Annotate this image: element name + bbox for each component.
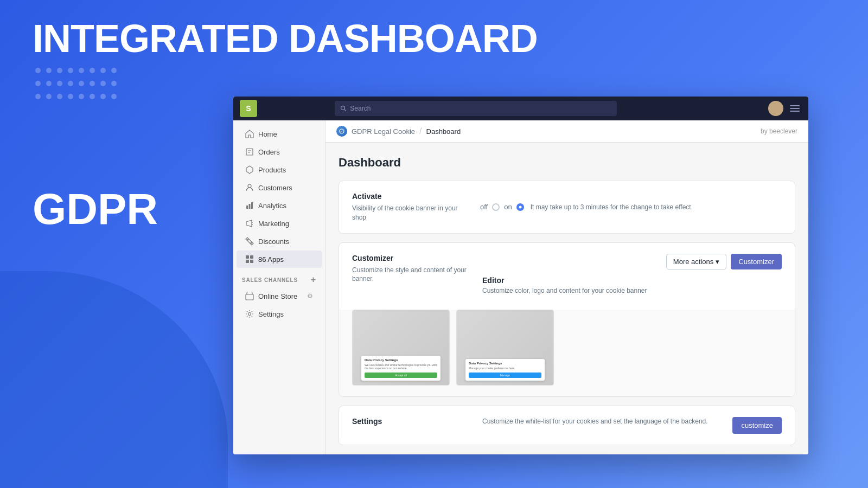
svg-rect-2 xyxy=(246,149,253,155)
main-area: Home Orders Products Customers Analytics xyxy=(233,120,808,454)
svg-point-0 xyxy=(341,106,345,110)
topbar: S Search xyxy=(233,97,808,120)
preview-image-2: Data Privacy Settings Manage your cookie… xyxy=(456,310,554,386)
sidebar: Home Orders Products Customers Analytics xyxy=(233,120,326,454)
home-icon xyxy=(245,130,254,138)
sidebar-item-marketing[interactable]: Marketing xyxy=(237,215,322,232)
apps-icon xyxy=(245,255,254,264)
customers-icon xyxy=(245,183,254,192)
toggle-group: off on xyxy=(480,203,524,211)
preview-images: Data Privacy Settings We use cookies and… xyxy=(339,310,795,396)
attribution-text: by beeclever xyxy=(761,127,797,135)
avatar xyxy=(768,101,783,116)
search-bar[interactable]: Search xyxy=(335,101,617,116)
preview-image-1: Data Privacy Settings We use cookies and… xyxy=(352,310,450,386)
dashboard-content: Dashboard Activate Visibility of the coo… xyxy=(326,143,808,454)
customizer-top: Customizer Customize the style and conte… xyxy=(339,243,795,310)
settings-icon xyxy=(245,310,254,318)
more-actions-button[interactable]: More actions ▾ xyxy=(666,254,726,269)
dots-pattern xyxy=(33,65,119,104)
activate-title: Activate xyxy=(352,192,471,201)
settings-title: Settings xyxy=(352,417,471,426)
breadcrumb-separator: / xyxy=(419,126,422,136)
menu-toggle[interactable] xyxy=(788,103,802,114)
content-area: GDPR Legal Cookie / Dashboard by beeclev… xyxy=(326,120,808,454)
off-label: off xyxy=(480,203,488,211)
svg-rect-19 xyxy=(246,294,253,300)
search-icon xyxy=(340,105,347,112)
settings-right: Customize the white-list for your cookie… xyxy=(482,417,782,434)
gdpr-label: GDPR xyxy=(33,184,158,234)
sidebar-item-apps[interactable]: 86 Apps xyxy=(237,251,322,268)
settings-desc: Customize the white-list for your cookie… xyxy=(482,417,708,426)
sidebar-item-settings[interactable]: Settings xyxy=(237,305,322,323)
svg-rect-18 xyxy=(250,260,253,263)
customizer-actions: More actions ▾ Customizer xyxy=(482,254,782,269)
sidebar-item-products[interactable]: Products xyxy=(237,161,322,178)
sidebar-item-home[interactable]: Home xyxy=(237,125,322,143)
settings-cog-icon[interactable]: ⚙ xyxy=(307,292,313,300)
store-icon xyxy=(245,292,254,300)
sidebar-item-orders[interactable]: Orders xyxy=(237,143,322,160)
discounts-icon xyxy=(245,237,254,246)
shopify-logo: S xyxy=(240,100,257,117)
settings-left: Settings xyxy=(352,417,471,429)
svg-rect-15 xyxy=(246,255,249,259)
analytics-icon xyxy=(245,201,254,210)
svg-marker-5 xyxy=(246,166,253,174)
mini-popup-2: Data Privacy Settings Manage your cookie… xyxy=(465,359,545,381)
chevron-down-icon: ▾ xyxy=(716,258,719,266)
customizer-right: More actions ▾ Customizer Editor Customi… xyxy=(482,254,782,301)
browser-window: S Search Home Orders xyxy=(233,97,808,454)
svg-point-21 xyxy=(340,129,344,133)
svg-rect-17 xyxy=(246,260,249,263)
customize-button[interactable]: customize xyxy=(732,417,782,434)
marketing-icon xyxy=(245,219,254,228)
sidebar-item-analytics[interactable]: Analytics xyxy=(237,197,322,214)
svg-line-1 xyxy=(344,110,346,111)
sidebar-item-discounts[interactable]: Discounts xyxy=(237,233,322,250)
editor-title: Editor xyxy=(482,276,782,285)
editor-desc: Customize color, logo and content for yo… xyxy=(482,287,782,294)
svg-point-20 xyxy=(248,313,251,316)
svg-point-6 xyxy=(248,184,251,188)
settings-card: Settings Customize the white-list for yo… xyxy=(339,406,795,445)
activate-card: Activate Visibility of the cookie banner… xyxy=(339,181,795,234)
svg-marker-14 xyxy=(246,237,253,245)
search-placeholder: Search xyxy=(350,105,371,112)
sidebar-item-customers[interactable]: Customers xyxy=(237,179,322,196)
svg-rect-8 xyxy=(249,204,251,209)
orders-icon xyxy=(245,147,254,156)
svg-rect-16 xyxy=(250,255,253,259)
add-channel-icon[interactable]: + xyxy=(311,275,316,285)
svg-rect-9 xyxy=(251,202,253,209)
customizer-left: Customizer Customize the style and conte… xyxy=(352,254,471,301)
breadcrumb-app-name: GDPR Legal Cookie xyxy=(352,127,415,136)
svg-rect-7 xyxy=(246,206,248,209)
customizer-title: Customizer xyxy=(352,254,471,262)
activate-right: off on It may take up to 3 minutes for t… xyxy=(480,203,782,211)
customizer-card: Customizer Customize the style and conte… xyxy=(339,242,795,397)
activate-note: It may take up to 3 minutes for the chan… xyxy=(531,203,693,211)
activate-desc: Visibility of the cookie banner in your … xyxy=(352,204,471,222)
breadcrumb: GDPR Legal Cookie / Dashboard xyxy=(336,126,461,137)
dashboard-title: Dashboard xyxy=(339,156,795,170)
sidebar-item-online-store[interactable]: Online Store ⚙ xyxy=(237,287,322,305)
mini-popup-1: Data Privacy Settings We use cookies and… xyxy=(361,356,441,381)
customizer-button[interactable]: Customizer xyxy=(731,254,782,269)
page-hero-title: INTEGRATED DASHBOARD xyxy=(33,16,538,61)
gdpr-app-icon xyxy=(336,126,347,137)
sales-channels-section: SALES CHANNELS + xyxy=(233,268,325,287)
on-label: on xyxy=(504,203,512,211)
products-icon xyxy=(245,165,254,174)
svg-point-13 xyxy=(251,242,252,244)
radio-on[interactable] xyxy=(516,203,524,211)
activate-left: Activate Visibility of the cookie banner… xyxy=(352,192,471,222)
radio-off[interactable] xyxy=(492,203,500,211)
customizer-desc: Customize the style and content of your … xyxy=(352,266,471,284)
breadcrumb-bar: GDPR Legal Cookie / Dashboard by beeclev… xyxy=(326,120,808,143)
svg-point-12 xyxy=(247,239,249,241)
breadcrumb-current: Dashboard xyxy=(426,127,461,136)
topbar-right xyxy=(768,101,802,116)
